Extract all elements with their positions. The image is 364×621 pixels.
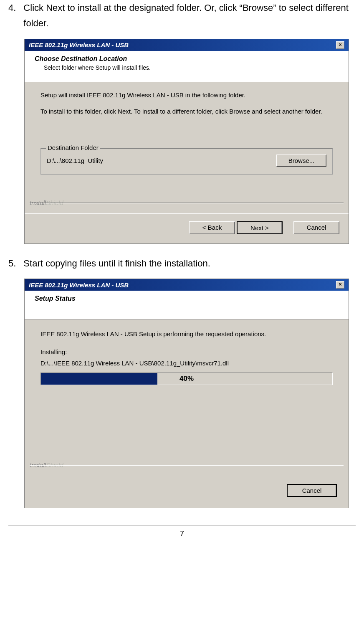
destination-path: D:\...\802.11g_Utility <box>47 157 103 164</box>
page-divider <box>8 525 356 525</box>
instruction-step-5: 5. Start copying files until it finish t… <box>8 256 356 508</box>
cancel-button[interactable]: Cancel <box>287 484 337 497</box>
content-paragraph: Setup will install IEEE 802.11g Wireless… <box>40 91 333 99</box>
back-button[interactable]: < Back <box>189 221 235 234</box>
dialog-title: IEEE 802.11g Wireless LAN - USB <box>29 41 129 48</box>
dialog-heading: Setup Status <box>35 295 341 302</box>
progress-bar: 40% <box>40 373 333 385</box>
close-icon[interactable]: × <box>336 41 344 49</box>
dialog-titlebar[interactable]: IEEE 802.11g Wireless LAN - USB × <box>25 39 349 51</box>
dialog-header: Setup Status <box>25 291 349 319</box>
dialog-titlebar[interactable]: IEEE 802.11g Wireless LAN - USB × <box>25 279 349 291</box>
dialog-content: IEEE 802.11g Wireless LAN - USB Setup is… <box>25 319 349 470</box>
step-number: 5. <box>8 256 16 271</box>
instruction-step-4: 4. Click Next to install at the designat… <box>8 0 356 244</box>
step-text: Start copying files until it finish the … <box>23 256 356 271</box>
dialog-subheading: Select folder where Setup will install f… <box>35 64 341 71</box>
install-dialog-progress: IEEE 802.11g Wireless LAN - USB × Setup … <box>24 279 349 508</box>
step-number: 4. <box>8 0 16 31</box>
step-text: Click Next to install at the designated … <box>23 0 356 31</box>
dialog-title: IEEE 802.11g Wireless LAN - USB <box>29 281 129 289</box>
page-number: 7 <box>8 530 356 538</box>
destination-folder-group: Destination Folder D:\...\802.11g_Utilit… <box>40 148 333 175</box>
dialog-footer: < Back Next > Cancel <box>25 213 349 243</box>
content-paragraph: IEEE 802.11g Wireless LAN - USB Setup is… <box>40 330 333 337</box>
progress-percent: 40% <box>41 373 332 385</box>
dialog-footer: Cancel <box>25 476 349 508</box>
browse-button[interactable]: Browse... <box>276 155 326 167</box>
close-icon[interactable]: × <box>336 281 344 289</box>
installing-label: Installing: <box>40 348 333 355</box>
dialog-header: Choose Destination Location Select folde… <box>25 51 349 82</box>
group-legend: Destination Folder <box>46 144 100 151</box>
content-paragraph: To install to this folder, click Next. T… <box>40 108 333 115</box>
installing-path: D:\...\IEEE 802.11g Wireless LAN - USB\8… <box>40 360 333 367</box>
cancel-button[interactable]: Cancel <box>293 221 339 234</box>
next-button[interactable]: Next > <box>237 221 283 234</box>
dialog-heading: Choose Destination Location <box>35 55 341 63</box>
dialog-content: Setup will install IEEE 802.11g Wireless… <box>25 82 349 208</box>
install-dialog-destination: IEEE 802.11g Wireless LAN - USB × Choose… <box>24 39 349 244</box>
